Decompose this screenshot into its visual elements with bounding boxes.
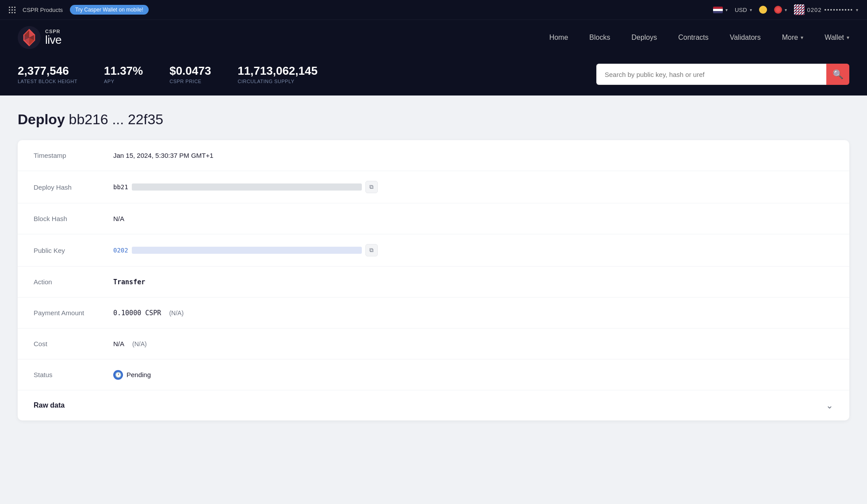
block-hash-value: N/A (113, 215, 833, 222)
cspr-price-label: CSPR PRICE (169, 79, 211, 84)
raw-data-label: Raw data (34, 401, 65, 409)
search-wrap: 🔍 (596, 64, 849, 85)
nav-wallet-dropdown[interactable]: Wallet ▾ (825, 34, 849, 42)
stat-block-height: 2,377,546 LATEST BLOCK HEIGHT (18, 65, 77, 84)
search-button[interactable]: 🔍 (826, 64, 849, 85)
deploy-hash-value: bb21 ⧉ (113, 181, 833, 193)
cspr-network-icon (774, 6, 782, 14)
payment-usd-text: (N/A) (169, 309, 184, 317)
statsbar: 2,377,546 LATEST BLOCK HEIGHT 11.37% APY… (0, 55, 867, 95)
timestamp-label: Timestamp (34, 152, 113, 159)
nav-validators[interactable]: Validators (730, 34, 761, 42)
public-key-display: 0202 ⧉ (113, 244, 378, 256)
currency-selector[interactable]: USD ▾ (735, 7, 752, 13)
logo-live-text: live (45, 34, 61, 46)
search-input[interactable] (596, 64, 826, 85)
cost-text: N/A (113, 340, 124, 347)
status-badge: 🕐 Pending (113, 370, 151, 380)
search-icon: 🔍 (832, 69, 844, 80)
payment-amount-text: 0.10000 CSPR (113, 309, 161, 317)
deploy-hash-label: Deploy Hash (34, 183, 113, 191)
nav-links: Home Blocks Deploys Contracts Validators… (549, 34, 849, 42)
payment-value: 0.10000 CSPR (N/A) (113, 309, 833, 317)
hash-display: bb21 ⧉ (113, 181, 378, 193)
nav-home[interactable]: Home (549, 34, 568, 42)
block-height-value: 2,377,546 (18, 65, 77, 77)
nav-contracts[interactable]: Contracts (678, 34, 708, 42)
public-key-blur (132, 247, 362, 254)
nav-deploys[interactable]: Deploys (631, 34, 657, 42)
account-chevron-icon: ▾ (856, 8, 858, 12)
lang-chevron-icon: ▾ (725, 8, 728, 12)
apy-value: 11.37% (104, 65, 143, 77)
block-hash-text: N/A (113, 215, 124, 222)
page-title-deploy: Deploy (18, 111, 65, 127)
wallet-account[interactable]: 0202 •••••••••• ▾ (794, 4, 858, 15)
sun-icon (759, 6, 767, 14)
nav-more-dropdown[interactable]: More ▾ (782, 34, 803, 42)
cta-button[interactable]: Try Casper Wallet on mobile! (70, 5, 149, 15)
status-row: Status 🕐 Pending (18, 359, 849, 390)
account-avatar-icon (794, 4, 805, 15)
navbar: CSPR live Home Blocks Deploys Contracts … (0, 19, 867, 55)
circulating-label: CIRCULATING SUPPLY (238, 79, 318, 84)
circulating-value: 11,713,062,145 (238, 65, 318, 77)
flag-us-icon (713, 7, 723, 13)
nav-wallet-label: Wallet (825, 34, 844, 42)
topbar: CSPR Products Try Casper Wallet on mobil… (0, 0, 867, 19)
deploy-hash-copy-button[interactable]: ⧉ (365, 181, 378, 193)
clock-symbol: 🕐 (115, 372, 122, 378)
payment-row: Payment Amount 0.10000 CSPR (N/A) (18, 298, 849, 328)
cost-usd-text: (N/A) (132, 340, 147, 347)
block-hash-row: Block Hash N/A (18, 203, 849, 234)
timestamp-row: Timestamp Jan 15, 2024, 5:30:37 PM GMT+1 (18, 140, 849, 171)
action-text: Transfer (113, 278, 145, 286)
currency-label: USD (735, 7, 747, 13)
cspr-price-value: $0.0473 (169, 65, 211, 77)
stat-circulating: 11,713,062,145 CIRCULATING SUPPLY (238, 65, 318, 84)
public-key-value: 0202 ⧉ (113, 244, 833, 256)
logo[interactable]: CSPR live (18, 26, 61, 49)
main-content: Deploy bb216 ... 22f35 Timestamp Jan 15,… (0, 95, 867, 436)
status-clock-icon: 🕐 (113, 370, 123, 380)
apps-grid-icon[interactable] (9, 7, 15, 13)
timestamp-text: Jan 15, 2024, 5:30:37 PM GMT+1 (113, 152, 213, 159)
account-address: 0202 (807, 7, 822, 13)
deploy-hash-row: Deploy Hash bb21 ⧉ (18, 171, 849, 203)
status-text: Pending (127, 371, 151, 378)
logo-icon (18, 26, 41, 49)
raw-data-chevron-icon: ⌄ (826, 400, 833, 411)
action-row: Action Transfer (18, 267, 849, 298)
block-height-label: LATEST BLOCK HEIGHT (18, 79, 77, 84)
nav-more-label: More (782, 34, 798, 42)
deploy-hash-prefix: bb21 (113, 183, 128, 191)
public-key-copy-button[interactable]: ⧉ (365, 244, 378, 256)
block-hash-label: Block Hash (34, 215, 113, 222)
deploy-hash-blur (132, 183, 362, 191)
cost-value: N/A (N/A) (113, 340, 833, 347)
cost-row: Cost N/A (N/A) (18, 328, 849, 359)
timestamp-value: Jan 15, 2024, 5:30:37 PM GMT+1 (113, 152, 833, 159)
page-title-hash: bb216 ... 22f35 (69, 111, 164, 127)
public-key-prefix[interactable]: 0202 (113, 247, 128, 254)
network-selector[interactable]: ▾ (774, 6, 787, 14)
status-label: Status (34, 371, 113, 378)
address-masked: •••••••••• (824, 7, 853, 13)
public-key-label: Public Key (34, 247, 113, 254)
language-selector[interactable]: ▾ (713, 7, 728, 13)
detail-card: Timestamp Jan 15, 2024, 5:30:37 PM GMT+1… (18, 140, 849, 420)
cost-label: Cost (34, 340, 113, 347)
theme-toggle[interactable] (759, 6, 767, 14)
action-label: Action (34, 278, 113, 286)
currency-chevron-icon: ▾ (750, 8, 752, 12)
raw-data-row[interactable]: Raw data ⌄ (18, 390, 849, 420)
nav-blocks[interactable]: Blocks (589, 34, 610, 42)
apy-label: APY (104, 79, 143, 84)
brand-label: CSPR Products (23, 7, 63, 13)
page-title: Deploy bb216 ... 22f35 (18, 111, 849, 128)
public-key-row: Public Key 0202 ⧉ (18, 234, 849, 267)
payment-label: Payment Amount (34, 309, 113, 317)
stat-apy: 11.37% APY (104, 65, 143, 84)
status-value: 🕐 Pending (113, 370, 833, 380)
network-chevron-icon: ▾ (785, 8, 787, 12)
